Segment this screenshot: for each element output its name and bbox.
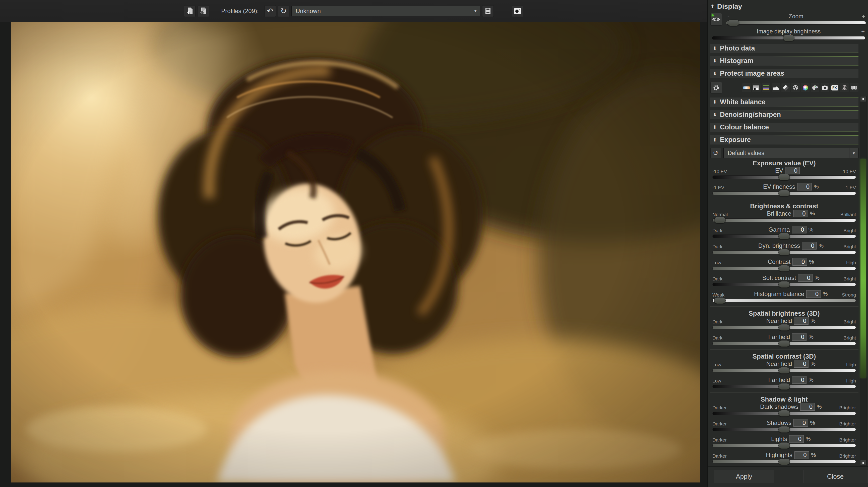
slider-thumb[interactable] (783, 35, 795, 41)
highlights-slider[interactable] (712, 460, 856, 463)
zoom-label: Zoom (789, 13, 804, 20)
scrollbar-up-button[interactable] (861, 96, 866, 102)
settings-button[interactable] (710, 82, 722, 93)
ev-slider[interactable] (712, 175, 856, 179)
dark-shadows-slider[interactable] (712, 411, 856, 415)
slider-thumb[interactable] (778, 233, 790, 239)
colour-sphere-icon[interactable] (801, 83, 809, 92)
reset-preset-button[interactable]: ↺ (710, 148, 721, 158)
far-field-slider[interactable] (712, 342, 856, 345)
ev-fineness-value-input[interactable] (797, 183, 812, 191)
near-field-slider[interactable] (712, 369, 856, 372)
scrollbar-down-button[interactable] (861, 460, 866, 465)
tool-chips: FX (742, 83, 859, 92)
lens-icon[interactable] (791, 83, 800, 92)
zoom-plus-label[interactable]: + (861, 13, 866, 20)
section-header-denoising-sharpen[interactable]: ⬇Denoising/sharpen (710, 110, 859, 119)
white-balance-icon[interactable] (742, 83, 751, 92)
preview-button[interactable] (512, 5, 523, 17)
brightness-slider[interactable] (712, 36, 866, 40)
highlights-value-input[interactable] (795, 451, 809, 459)
dark-shadows-value-input[interactable] (800, 403, 815, 410)
collapse-arrow-icon: ⬆ (710, 3, 715, 9)
gamma-value-input[interactable] (792, 226, 806, 233)
slider-thumb[interactable] (778, 324, 790, 331)
ev-fineness-slider[interactable] (712, 192, 856, 195)
contrast-value-input[interactable] (793, 258, 807, 266)
section-header-colour-balance[interactable]: ⬇Colour balance (710, 123, 859, 132)
gamma-slider[interactable] (712, 234, 856, 238)
undo-profile-button[interactable]: ↶ (264, 5, 276, 17)
lights-slider[interactable] (712, 444, 856, 447)
brightness-minus-label[interactable]: - (712, 28, 717, 35)
slider-thumb[interactable] (778, 458, 790, 465)
near-field-slider[interactable] (712, 326, 856, 329)
dyn-brightness-slider[interactable] (712, 251, 856, 254)
brilliance-value-input[interactable] (794, 210, 808, 218)
slider-thumb[interactable] (778, 249, 790, 256)
fx-icon[interactable]: FX (830, 83, 839, 92)
save-profile-button[interactable] (482, 5, 494, 17)
section-header-photo-data[interactable]: ⬇Photo data (710, 44, 859, 53)
palette-icon[interactable] (811, 83, 819, 92)
brightness-plus-label[interactable]: + (861, 28, 866, 35)
slider-label: Contrast (768, 258, 791, 265)
panel-scrollbar[interactable] (860, 96, 867, 466)
zoom-slider[interactable] (726, 21, 866, 25)
exposure-icon[interactable] (752, 83, 761, 92)
add-profile-button[interactable] (184, 5, 195, 17)
slider-thumb[interactable] (778, 426, 790, 433)
section-header-white-balance[interactable]: ⬇White balance (710, 97, 859, 107)
contrast-slider[interactable] (712, 267, 856, 270)
soft-contrast-slider[interactable] (712, 283, 856, 286)
section-header-display[interactable]: ⬆ Display (708, 0, 868, 12)
denoise-icon[interactable] (762, 83, 770, 92)
photo-canvas[interactable] (11, 22, 700, 483)
camera-icon[interactable] (820, 83, 829, 92)
near-field-value-input[interactable] (794, 317, 808, 325)
slider-thumb[interactable] (778, 383, 790, 390)
slider-thumb[interactable] (778, 442, 790, 449)
close-button[interactable]: Close (803, 470, 868, 483)
lights-value-input[interactable] (789, 435, 804, 443)
slider-thumb[interactable] (778, 340, 790, 347)
slider-thumb[interactable] (778, 281, 790, 288)
soft-contrast-value-input[interactable] (798, 274, 812, 282)
histogram-icon[interactable] (772, 83, 780, 92)
slider-thumb[interactable] (778, 190, 790, 197)
ai-brain-icon[interactable] (840, 83, 849, 92)
brilliance-slider[interactable] (712, 218, 856, 222)
far-field-slider[interactable] (712, 385, 856, 388)
histogram-balance-value-input[interactable] (806, 290, 821, 298)
section-header-exposure[interactable]: ⬆ Exposure (710, 135, 859, 144)
contrast-icon[interactable] (781, 83, 790, 92)
section-header-protect-image-areas[interactable]: ⬇Protect image areas (710, 69, 859, 78)
scrollbar-thumb[interactable] (861, 159, 866, 378)
unit-label: % (806, 436, 812, 442)
slider-thumb[interactable] (778, 367, 790, 374)
histogram-balance-slider[interactable] (712, 299, 856, 302)
apply-button[interactable]: Apply (714, 470, 774, 483)
slider-thumb[interactable] (714, 297, 726, 304)
slider-thumb[interactable] (728, 20, 739, 26)
add-profile-with-settings-button[interactable] (197, 5, 209, 17)
profile-select[interactable]: Unknown ▼ (291, 6, 480, 16)
far-field-value-input[interactable] (792, 333, 806, 341)
panorama-icon[interactable] (850, 83, 859, 92)
slider-thumb[interactable] (778, 410, 790, 417)
slider-thumb[interactable] (778, 174, 790, 180)
section-header-histogram[interactable]: ⬇Histogram (710, 56, 859, 65)
zoom-minus-label[interactable]: - (726, 13, 731, 20)
dyn-brightness-value-input[interactable] (802, 242, 816, 250)
shadows-slider[interactable] (712, 428, 856, 431)
preset-select[interactable]: Default values ▼ (723, 148, 859, 158)
far-field-value-input[interactable] (792, 376, 806, 384)
slider-row-near-field: LowNear field%High (712, 360, 856, 372)
preview-toggle-button[interactable] (710, 13, 722, 26)
ev-value-input[interactable] (785, 167, 800, 174)
reload-profile-button[interactable]: ↻ (278, 5, 289, 17)
slider-thumb[interactable] (778, 265, 790, 271)
near-field-value-input[interactable] (794, 360, 808, 368)
shadows-value-input[interactable] (794, 419, 808, 427)
slider-thumb[interactable] (714, 217, 726, 223)
